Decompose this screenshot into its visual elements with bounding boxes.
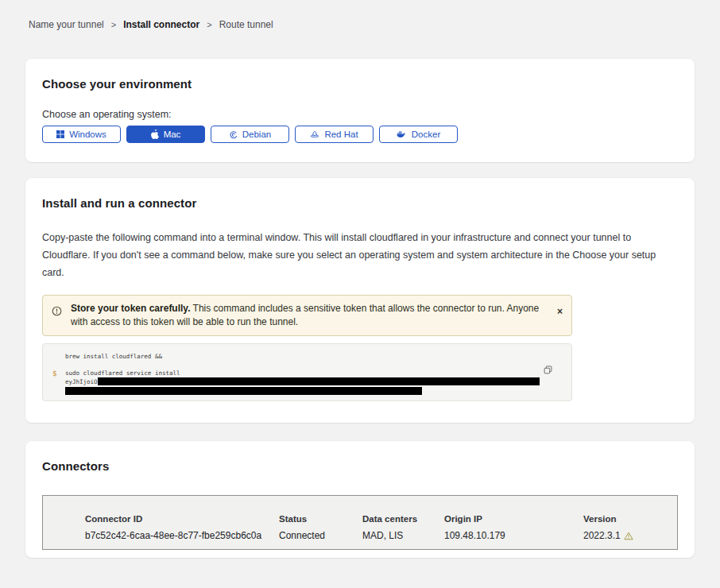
debian-icon bbox=[229, 130, 238, 139]
header-status: Status bbox=[279, 514, 362, 524]
docker-icon bbox=[397, 130, 407, 138]
install-connector-card: Install and run a connector Copy-paste t… bbox=[25, 178, 695, 423]
token-prefix: eyJhIjoiO bbox=[65, 378, 98, 385]
breadcrumb: Name your tunnel > Install connector > R… bbox=[29, 19, 691, 30]
connectors-card: Connectors Connector ID Status Data cent… bbox=[25, 441, 695, 558]
environment-card-title: Choose your environment bbox=[42, 77, 678, 91]
os-select-label: Choose an operating system: bbox=[42, 109, 678, 120]
table-row: b7c52c42-6caa-48ee-8c77-fbe259cb6c0a Con… bbox=[85, 530, 669, 541]
apple-icon bbox=[151, 130, 159, 139]
connector-description: Copy-paste the following command into a … bbox=[42, 229, 675, 281]
header-version: Version bbox=[583, 514, 669, 524]
redacted-token-bar bbox=[98, 377, 540, 385]
os-button-redhat[interactable]: Red Hat bbox=[295, 126, 374, 143]
os-button-label: Red Hat bbox=[324, 130, 358, 139]
copy-icon[interactable] bbox=[544, 366, 552, 374]
command-line-1: brew install cloudflared && bbox=[65, 353, 560, 362]
os-button-row: Windows Mac Debian Red Hat bbox=[42, 126, 678, 143]
windows-icon bbox=[56, 130, 64, 138]
choose-environment-card: Choose your environment Choose an operat… bbox=[25, 59, 695, 162]
header-data-centers: Data centers bbox=[362, 514, 444, 524]
connectors-card-title: Connectors bbox=[42, 459, 678, 473]
warning-triangle-icon bbox=[624, 532, 633, 540]
token-warning-banner: Store your token carefully. This command… bbox=[42, 295, 572, 336]
os-button-windows[interactable]: Windows bbox=[42, 126, 121, 143]
os-button-label: Debian bbox=[242, 130, 271, 139]
connectors-table: Connector ID Status Data centers Origin … bbox=[42, 495, 678, 550]
cell-data-centers: MAD, LIS bbox=[362, 530, 444, 541]
os-button-label: Docker bbox=[412, 130, 440, 139]
version-value: 2022.3.1 bbox=[583, 530, 621, 541]
os-button-debian[interactable]: Debian bbox=[211, 126, 289, 143]
tunnel-setup-page: Name your tunnel > Install connector > R… bbox=[0, 0, 720, 588]
breadcrumb-step-name-tunnel[interactable]: Name your tunnel bbox=[29, 19, 104, 30]
warning-title: Store your token carefully. bbox=[71, 303, 191, 314]
os-button-docker[interactable]: Docker bbox=[379, 126, 458, 143]
cell-connector-id: b7c52c42-6caa-48ee-8c77-fbe259cb6c0a bbox=[85, 530, 279, 541]
breadcrumb-step-route-tunnel[interactable]: Route tunnel bbox=[219, 19, 273, 30]
token-line: eyJhIjoiO bbox=[65, 377, 560, 387]
os-button-mac[interactable]: Mac bbox=[126, 126, 205, 143]
close-icon[interactable]: × bbox=[557, 307, 563, 316]
alert-circle-icon bbox=[52, 306, 62, 320]
redacted-token-bar bbox=[65, 387, 422, 395]
install-command-code-block: $ brew install cloudflared && sudo cloud… bbox=[42, 343, 572, 401]
shell-prompt: $ bbox=[52, 369, 56, 377]
os-button-label: Mac bbox=[164, 130, 181, 139]
breadcrumb-separator: > bbox=[111, 20, 116, 29]
redhat-icon bbox=[310, 130, 319, 139]
breadcrumb-separator: > bbox=[207, 20, 211, 29]
connector-card-title: Install and run a connector bbox=[42, 196, 678, 210]
header-origin-ip: Origin IP bbox=[444, 514, 583, 524]
cell-origin-ip: 109.48.10.179 bbox=[444, 530, 583, 541]
breadcrumb-step-install-connector[interactable]: Install connector bbox=[123, 19, 199, 30]
connectors-table-header: Connector ID Status Data centers Origin … bbox=[85, 514, 669, 524]
cell-version: 2022.3.1 bbox=[583, 530, 669, 541]
status-badge: Connected bbox=[279, 530, 362, 541]
os-button-label: Windows bbox=[69, 130, 106, 139]
header-connector-id: Connector ID bbox=[85, 514, 279, 524]
command-line-2: sudo cloudflared service install bbox=[65, 369, 560, 378]
